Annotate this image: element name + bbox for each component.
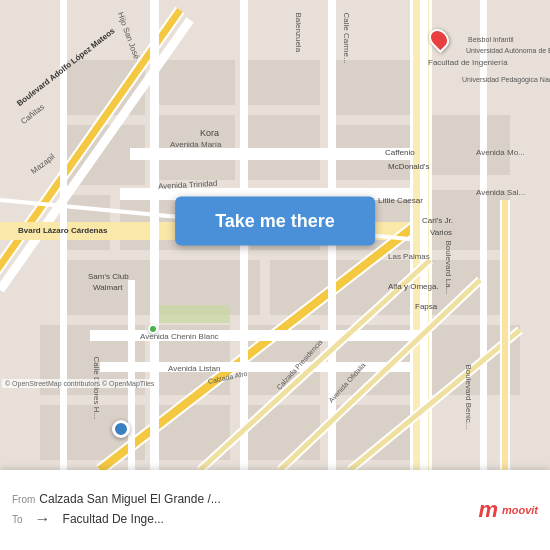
svg-rect-48: [128, 280, 135, 470]
svg-rect-41: [100, 362, 410, 372]
svg-rect-42: [150, 0, 159, 470]
moovit-logo: m moovit: [478, 497, 538, 523]
svg-rect-4: [330, 60, 410, 115]
bottom-bar: From Calzada San Miguel El Grande /... T…: [0, 470, 550, 550]
arrow-icon: →: [35, 510, 51, 528]
svg-rect-40: [90, 330, 420, 341]
map-attribution: © OpenStreetMap contributors © OpenMapTi…: [2, 379, 157, 388]
take-me-there-button[interactable]: Take me there: [175, 196, 375, 245]
route-to-label: To: [12, 514, 23, 525]
svg-rect-47: [480, 0, 487, 470]
destination-label: Facultad De Inge...: [63, 512, 164, 526]
origin-label: Calzada San Miguel El Grande /...: [39, 492, 220, 506]
svg-rect-7: [245, 115, 320, 180]
svg-rect-25: [240, 405, 320, 460]
svg-rect-6: [155, 115, 235, 180]
route-info: From Calzada San Miguel El Grande /... T…: [12, 492, 478, 528]
svg-rect-38: [130, 148, 410, 160]
svg-rect-46: [60, 0, 67, 470]
svg-rect-14: [430, 190, 510, 250]
map-container: Boulevard Adolfo López Mateos Bvard Láza…: [0, 0, 550, 470]
svg-rect-27: [155, 305, 230, 323]
route-from-label: From: [12, 494, 35, 505]
svg-rect-2: [155, 60, 235, 105]
moovit-wordmark: moovit: [502, 504, 538, 516]
svg-rect-9: [420, 115, 510, 175]
svg-rect-3: [245, 60, 320, 105]
svg-rect-45: [420, 0, 428, 470]
svg-rect-56: [502, 200, 508, 470]
moovit-letter: m: [478, 497, 498, 523]
